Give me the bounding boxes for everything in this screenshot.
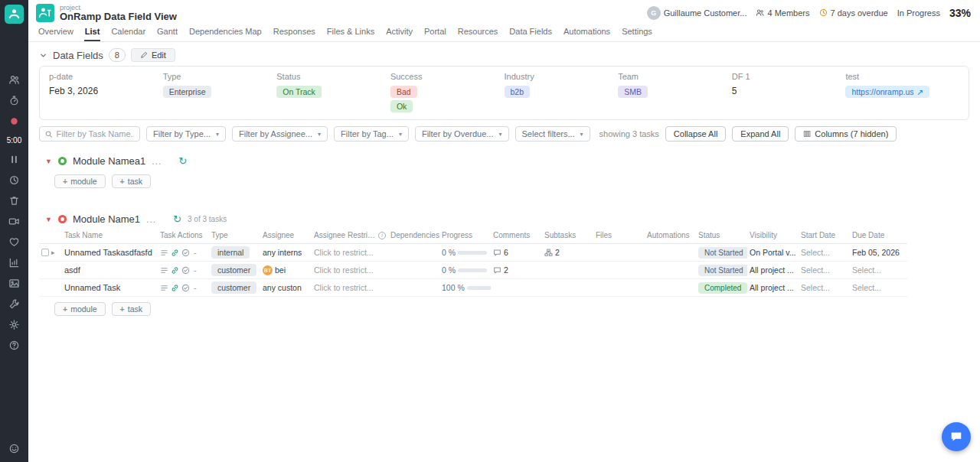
app-logo-icon[interactable] bbox=[5, 5, 24, 24]
task-type-chip[interactable]: customer bbox=[211, 264, 256, 276]
expand-all-button[interactable]: Expand All bbox=[732, 126, 789, 142]
task-type-chip[interactable]: internal bbox=[211, 246, 250, 259]
link-icon[interactable] bbox=[171, 284, 179, 292]
task-name-cell[interactable]: asdf bbox=[62, 262, 158, 279]
progress-cell[interactable]: 100 % bbox=[439, 279, 491, 297]
video-camera-icon[interactable] bbox=[8, 216, 20, 227]
check-circle-icon[interactable] bbox=[181, 266, 190, 275]
link-icon[interactable] bbox=[171, 266, 179, 275]
tab-gantt[interactable]: Gantt bbox=[156, 24, 178, 41]
df-value-test-link[interactable]: https://onramp.us ↗ bbox=[845, 86, 929, 98]
df-value-p-date[interactable]: Feb 3, 2026 bbox=[49, 86, 163, 112]
automations-cell[interactable] bbox=[645, 262, 696, 279]
heart-icon[interactable] bbox=[8, 236, 20, 248]
df-value-status-chip[interactable]: On Track bbox=[276, 86, 322, 98]
tab-data-fields[interactable]: Data Fields bbox=[508, 24, 553, 41]
check-circle-icon[interactable] bbox=[181, 284, 190, 292]
list-icon[interactable] bbox=[160, 249, 168, 257]
tab-portal[interactable]: Portal bbox=[423, 24, 447, 41]
df-value-df1[interactable]: 5 bbox=[732, 86, 846, 112]
check-circle-icon[interactable] bbox=[181, 249, 190, 257]
start-date-cell[interactable]: Select... bbox=[799, 262, 850, 279]
module-name[interactable]: Module Name1 bbox=[73, 213, 140, 225]
tab-automations[interactable]: Automations bbox=[563, 24, 611, 41]
add-module-button[interactable]: +module bbox=[54, 174, 106, 188]
df-value-success-bad-chip[interactable]: Bad bbox=[390, 86, 417, 98]
add-module-button[interactable]: +module bbox=[54, 302, 106, 316]
pause-icon[interactable] bbox=[8, 154, 20, 165]
df-value-success-ok-chip[interactable]: Ok bbox=[390, 100, 413, 112]
collapse-triangle-icon[interactable]: ▼ bbox=[45, 216, 52, 223]
progress-bar[interactable] bbox=[467, 286, 491, 290]
status-chip[interactable]: Not Started bbox=[698, 247, 747, 259]
comments-cell[interactable]: 6 bbox=[491, 244, 542, 262]
task-type-chip[interactable]: customer bbox=[211, 281, 256, 294]
row-checkbox[interactable] bbox=[41, 249, 49, 256]
filter-by-assignee-dropdown[interactable]: Filter by Assignee...▾ bbox=[232, 126, 328, 142]
progress-cell[interactable]: 0 % bbox=[439, 244, 491, 262]
visibility-cell[interactable]: All project ... bbox=[747, 279, 799, 297]
assignee-cell[interactable]: BT bei bbox=[260, 262, 312, 279]
due-date-cell[interactable]: Select... bbox=[850, 279, 907, 297]
start-date-cell[interactable]: Select... bbox=[799, 244, 850, 262]
smiley-icon[interactable] bbox=[8, 443, 20, 454]
chevron-down-icon[interactable] bbox=[39, 51, 47, 60]
image-icon[interactable] bbox=[8, 278, 20, 289]
tab-overview[interactable]: Overview bbox=[38, 24, 74, 41]
trash-icon[interactable] bbox=[8, 195, 20, 207]
automations-cell[interactable] bbox=[645, 279, 696, 297]
subtasks-cell[interactable]: 2 bbox=[542, 244, 593, 262]
dependencies-cell[interactable] bbox=[388, 244, 439, 262]
record-icon[interactable] bbox=[8, 116, 20, 127]
visibility-cell[interactable]: On Portal v... bbox=[747, 244, 799, 262]
subtasks-cell[interactable] bbox=[542, 279, 593, 297]
due-date-cell[interactable]: Select... bbox=[850, 262, 907, 279]
chat-fab-button[interactable] bbox=[942, 422, 971, 451]
dependencies-cell[interactable] bbox=[388, 279, 439, 297]
task-name-filter-input[interactable] bbox=[57, 129, 134, 138]
progress-bar[interactable] bbox=[458, 268, 487, 272]
subtasks-cell[interactable] bbox=[542, 262, 593, 279]
tab-dependencies-map[interactable]: Dependencies Map bbox=[188, 24, 263, 41]
tab-resources[interactable]: Resources bbox=[457, 24, 499, 41]
chart-icon[interactable] bbox=[8, 257, 20, 268]
refresh-icon[interactable]: ↻ bbox=[173, 213, 181, 225]
automations-cell[interactable] bbox=[645, 244, 696, 262]
collapse-all-button[interactable]: Collapse All bbox=[665, 126, 726, 142]
clock-icon[interactable] bbox=[8, 174, 20, 186]
comments-cell[interactable]: 2 bbox=[491, 262, 542, 279]
columns-button[interactable]: Columns (7 hidden) bbox=[795, 126, 897, 142]
files-cell[interactable] bbox=[593, 244, 645, 262]
list-icon[interactable] bbox=[160, 284, 168, 292]
status-chip[interactable]: Not Started bbox=[698, 265, 747, 276]
list-icon[interactable] bbox=[160, 266, 168, 275]
module-name[interactable]: Module Namea1 bbox=[73, 155, 145, 167]
df-value-industry-chip[interactable]: b2b bbox=[505, 86, 531, 98]
gear-icon[interactable] bbox=[8, 319, 20, 330]
files-cell[interactable] bbox=[593, 262, 645, 279]
tab-activity[interactable]: Activity bbox=[385, 24, 413, 41]
filter-by-type-dropdown[interactable]: Filter by Type...▾ bbox=[146, 126, 226, 142]
files-cell[interactable] bbox=[593, 279, 645, 297]
members-count[interactable]: 4 Members bbox=[756, 8, 809, 18]
assignee-cell[interactable]: any custon bbox=[260, 279, 312, 297]
people-icon[interactable] bbox=[8, 74, 20, 86]
task-name-filter[interactable] bbox=[39, 126, 140, 142]
tab-files-links[interactable]: Files & Links bbox=[326, 24, 375, 41]
tab-list[interactable]: List bbox=[84, 24, 101, 41]
progress-bar[interactable] bbox=[458, 251, 487, 255]
comments-cell[interactable] bbox=[491, 279, 542, 297]
help-icon[interactable] bbox=[8, 340, 20, 351]
restriction-cell[interactable]: Click to restrict... bbox=[312, 262, 388, 279]
restriction-cell[interactable]: Click to restrict... bbox=[312, 279, 388, 297]
add-task-button[interactable]: +task bbox=[112, 174, 151, 188]
filter-by-overdue-dropdown[interactable]: Filter by Overdue...▾ bbox=[415, 126, 509, 142]
due-date-cell[interactable]: Feb 05, 2026 bbox=[850, 244, 907, 262]
stopwatch-icon[interactable] bbox=[8, 95, 20, 106]
df-value-type-chip[interactable]: Enterprise bbox=[163, 86, 212, 98]
tab-settings[interactable]: Settings bbox=[621, 24, 653, 41]
module-more-icon[interactable]: ... bbox=[146, 214, 156, 225]
user-menu[interactable]: G Guillaume Customer... bbox=[647, 6, 747, 20]
task-name-cell[interactable]: Unnamed Taskasdfasfd bbox=[62, 244, 158, 262]
start-date-cell[interactable]: Select... bbox=[799, 279, 850, 297]
